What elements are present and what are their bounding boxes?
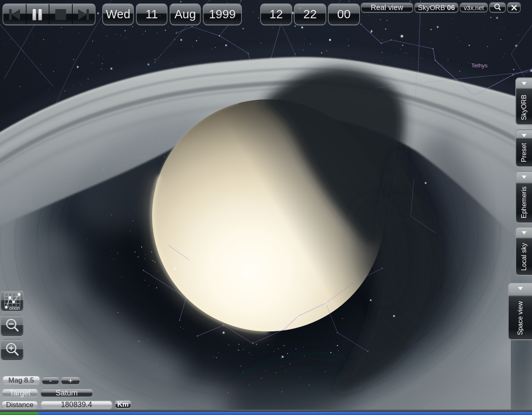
svg-text:orion: orion (9, 306, 20, 311)
